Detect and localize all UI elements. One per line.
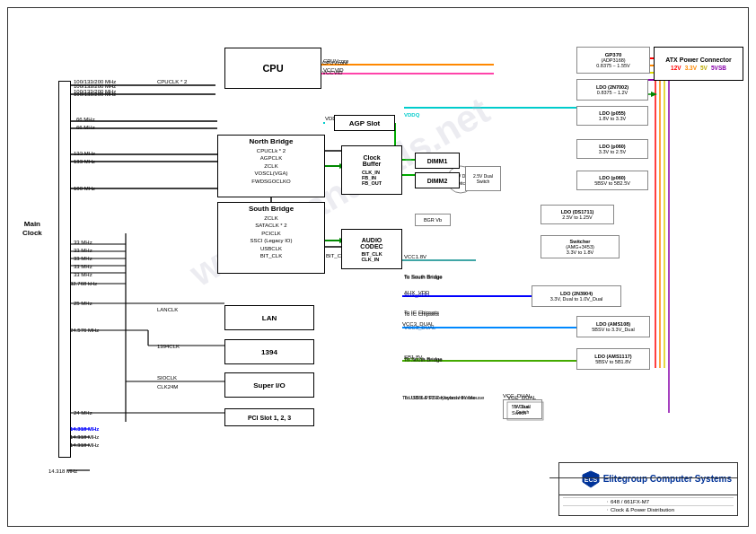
vccvid-label: VCCVID [322,70,343,75]
freq-133-1: 133 MHz [74,151,95,156]
ldo-2n7002: LDO (2N7002) 0.8375 ~ 1.2V [576,79,648,101]
freq-33-1: 33 MHz [74,240,92,245]
super-io-label: Super I/O [253,381,286,390]
freq-33-4: 33 MHz [74,264,92,269]
cpu-label: CPU [262,63,283,74]
to-south-bridge-label1: To South Bridge [404,275,443,280]
ecs-info: 648 / 661FX-M7 Clock & Power Distributio… [559,495,737,515]
switch-box: 2.5V Dual Switch [465,166,501,191]
freq-14318-2: 14.318 MHz [70,434,99,440]
to-usb-ps2-label: To USB & PS2 Keyboard / Mouse [402,395,476,400]
freq-100-133-200-2: 100/133/200 MHz [74,92,116,97]
freq-133-2: 133 MHz [74,159,95,164]
ieee1394clk-label: 1394CLK [157,344,180,349]
ecs-logo-area: ECS Elitegroup Computer Systems 648 / 66… [558,462,738,516]
sb18v-label: SB1.8V [404,357,422,363]
vcc-dual-label: VCC_DUAL [503,393,532,398]
lanclk-label: LANCLK [157,307,178,312]
north-bridge-content: CPUCLk * 2AGPCLKZCLKVOSCL(VGA)FWDSGOCLKO [251,147,290,185]
freq-14318-4: 14.318 MHz [48,468,77,474]
svg-marker-71 [651,92,657,97]
pci-slot-box: PCI Slot 1, 2, 3 [224,408,314,426]
cpu-box: CPU [224,48,321,89]
freq-33-5: 33 MHz [74,272,92,277]
freq-33-3: 33 MHz [74,256,92,261]
super-io-box: Super I/O [224,372,314,398]
south-bridge-box: South Bridge ZCLKSATACLK * 2PCICLKSSCI (… [217,202,325,274]
agp-slot-box: AGP Slot [334,115,395,131]
dimm2-box: DIMM2 [415,172,460,188]
sidoclk-label: SIOCLK [157,375,177,381]
ldo-p060-a: LDO (p060) 3.3V to 2.5V [576,139,648,159]
ldo-p060-b: LDO (p060) 5BSV to 5B2.5V [576,171,648,190]
vddq-label: VDDQ [404,112,419,118]
freq-100-133-200-1: 100/133/200 MHz [74,83,116,89]
audio-signals: BIT_CLKCLK_IN [361,251,382,262]
diagram-area: VDDQ CPUVcore VCCVID VCC1.8V BGR Vb To S… [9,9,747,525]
south-bridge-content: ZCLKSATACLK * 2PCICLKSSCI (Legacy IO)USB… [250,214,292,259]
ldo-p055: LDO (p055) 1.8V to 3.3V [576,106,648,126]
ldo-ams108: LDO (AMS108) 5BSV to 3.3V_Dual [576,316,650,337]
clock-buffer-box: Clock Buffer CLK_INFB_INFB_OUT [341,145,402,195]
north-bridge-title: North Bridge [250,137,294,145]
bgp-label: BGR Vb [424,217,442,223]
agp-label: AGP Slot [349,119,381,127]
atx-voltages: 12V 3.3V 5V 5VSB [671,65,726,71]
cpuclk-label: CPUCLK * 2 [157,79,187,84]
to-ic-chipsets-label: To IC Chipsets [404,311,439,317]
dimm1-label: DIMM1 [427,158,448,164]
freq-66-1: 66 MHz [76,117,95,122]
title-block-border [549,477,738,478]
south-bridge-title: South Bridge [249,205,294,213]
ecs-logo-top: ECS Elitegroup Computer Systems [559,463,737,495]
dimm2-label: DIMM2 [427,178,448,184]
clk24m-label: CLK24M [157,384,178,390]
main-clock-box [58,81,71,458]
lan-box: LAN [224,305,314,330]
freq-24: 24 MHz [74,410,92,416]
svg-text:VCC1.8V: VCC1.8V [404,254,426,259]
dimm1-box: DIMM1 [415,153,460,169]
ldo-gp370: GP370 (ADP3168) 0.8375 ~ 1.55V [576,47,650,74]
vcc3-dual-label: VCC3_DUAL [404,325,435,330]
ecs-shield-icon: ECS [581,469,601,489]
cpu-vcore-label: CPUVcore [322,60,347,66]
clock-buffer-title: Clock [363,154,380,161]
switcher-amg3453: Switcher (AMG+3453) 3.3V to 1.8V [541,235,620,258]
clock-buffer-signals: CLK_INFB_INFB_OUT [362,170,382,186]
freq-14318-3: 14.318 MHz [70,442,99,448]
ldo-2n3904: LDO (2N3904) 3.3V, Dual to 1.0V_Dual [532,285,621,307]
north-bridge-box: North Bridge CPUCLk * 2AGPCLKZCLKVOSCL(V… [217,135,325,197]
bgp-ref-box: BGR Vb [415,214,451,226]
pci-slot-label: PCI Slot 1, 2, 3 [248,415,291,421]
lan-label: LAN [262,314,277,322]
ldo-ams1117: LDO (AMS1117) 5BSV to 5B1.8V [576,348,650,370]
freq-14318-1: 14.318 MHz [70,426,99,432]
audio-codec-box: AUDIO CODEC BIT_CLKCLK_IN [341,229,402,269]
atx-label: ATX Power Connector [665,57,731,63]
ieee1394-label: 1394 [261,348,277,356]
5v-dual-switch: 5V Dual Switch [503,399,542,419]
freq-100: 100 MHz [74,186,95,191]
ecs-brand: Elitegroup Computer Systems [603,474,732,484]
ldo-ds1711: LDO (DS1711) 2.5V to 1.25V [541,205,614,224]
freq-33-2: 33 MHz [74,248,92,253]
ieee1394-freq: 24.576 MHz [70,328,99,333]
ieee1394-box: 1394 [224,339,314,364]
freq-25: 25 MHz [74,301,92,306]
freq-66-2: 66 MHz [76,125,95,130]
main-clock-label: MainClock [22,220,42,239]
model-description: Clock & Power Distribution [608,506,677,513]
model-number: 648 / 661FX-M7 [608,498,652,505]
atx-power-box: ATX Power Connector 12V 3.3V 5V 5VSB [654,47,743,81]
aux-vdd-label: AUX_VDD [404,293,429,298]
freq-32768: 32.768 kHz [70,281,97,286]
